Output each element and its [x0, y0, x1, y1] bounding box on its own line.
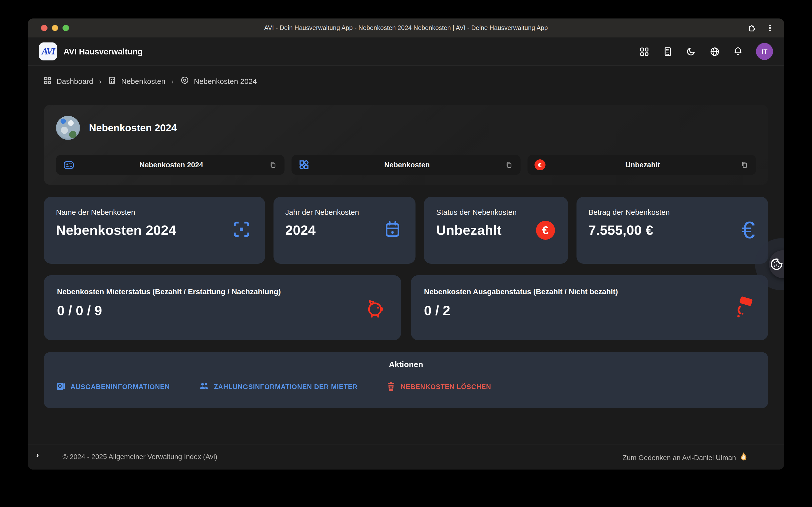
app-navbar: AVI AVI Hausverwaltung	[28, 38, 784, 66]
card-value: 0 / 2	[424, 303, 755, 319]
record-header-card: Nebenkosten 2024 Nebenkosten 2024	[44, 105, 768, 185]
stat-card-year: Jahr der Nebenkosten 2024	[273, 197, 416, 264]
stat-value: Nebenkosten 2024	[56, 223, 253, 238]
trash-x-icon	[387, 381, 396, 392]
language-globe-icon[interactable]	[709, 46, 720, 57]
candle-flame-icon	[741, 452, 747, 463]
dark-mode-moon-icon[interactable]	[686, 46, 697, 57]
expense-status-card: Nebenkosten Ausgabenstatus (Bezahlt / Ni…	[411, 275, 768, 340]
actions-card: Aktionen AUSGABENINFORMATIONEN	[44, 352, 768, 408]
app-footer: › © 2024 - 2025 Allgemeiner Verwaltung I…	[28, 445, 784, 469]
piggy-bank-icon	[364, 296, 387, 321]
breadcrumb-separator: ›	[171, 77, 174, 85]
name-badge-icon	[62, 159, 74, 171]
card-label: Nebenkosten Mieterstatus (Bezahlt / Erst…	[57, 287, 388, 296]
breadcrumb: Dashboard › Nebenkosten ›	[28, 72, 784, 90]
expense-info-button[interactable]: AUSGABENINFORMATIONEN	[56, 381, 170, 392]
breadcrumb-label: Dashboard	[56, 77, 93, 85]
breadcrumb-label: Nebenkosten 2024	[194, 77, 257, 85]
zoom-window-button[interactable]	[62, 25, 69, 31]
money-flying-icon	[733, 296, 754, 321]
traffic-lights	[41, 18, 69, 38]
chip-value: Nebenkosten	[310, 161, 504, 169]
sidebar-expand-chevron[interactable]: ›	[36, 450, 39, 460]
extensions-puzzle-icon[interactable]	[747, 23, 756, 33]
browser-titlebar: AVI - Dein Hausverwaltung App - Nebenkos…	[28, 18, 784, 38]
close-window-button[interactable]	[41, 25, 47, 31]
dashboard-grid-icon[interactable]	[639, 46, 650, 57]
stat-card-amount: Betrag der Nebenkosten 7.555,00 € €	[576, 197, 768, 264]
chip-value: Unbezahlt	[546, 161, 740, 169]
card-label: Nebenkosten Ausgabenstatus (Bezahlt / Ni…	[424, 287, 755, 296]
user-avatar[interactable]: IT	[756, 43, 773, 60]
action-label: AUSGABENINFORMATIONEN	[70, 383, 170, 391]
screen: AVI - Dein Hausverwaltung App - Nebenkos…	[0, 0, 812, 507]
tenant-payment-info-button[interactable]: ZAHLUNGSINFORMATIONEN DER MIETER	[199, 381, 358, 393]
delete-nebenkosten-button[interactable]: NEBENKOSTEN LÖSCHEN	[387, 381, 491, 392]
breadcrumb-separator: ›	[99, 77, 102, 85]
app-logo[interactable]: AVI	[39, 43, 57, 60]
record-avatar-image	[56, 116, 80, 140]
building-icon[interactable]	[662, 46, 673, 57]
euro-circle-red-icon: €	[534, 159, 546, 170]
stat-label: Name der Nebenkosten	[56, 208, 253, 216]
stat-label: Betrag der Nebenkosten	[589, 208, 756, 216]
euro-circle-red-icon: €	[536, 221, 555, 240]
browser-window: AVI - Dein Hausverwaltung App - Nebenkos…	[28, 18, 784, 469]
chip-value: Nebenkosten 2024	[74, 161, 268, 169]
card-value: 0 / 0 / 9	[57, 303, 388, 319]
dashboard-grid-icon	[43, 76, 52, 86]
stat-label: Status der Nebenkosten	[436, 208, 556, 216]
actions-title: Aktionen	[56, 360, 756, 369]
record-category-chip: Nebenkosten	[292, 155, 520, 175]
calendar-icon	[383, 219, 403, 241]
wallet-icon	[56, 381, 65, 392]
minimize-window-button[interactable]	[52, 25, 58, 31]
brand-title: AVI Hausverwaltung	[63, 47, 143, 56]
scan-frame-icon	[231, 219, 252, 242]
copy-icon[interactable]	[740, 161, 750, 169]
copy-icon[interactable]	[504, 161, 514, 169]
copy-icon[interactable]	[268, 161, 278, 169]
breadcrumb-nebenkosten[interactable]: Nebenkosten	[108, 76, 165, 86]
action-label: ZAHLUNGSINFORMATIONEN DER MIETER	[214, 383, 358, 391]
breadcrumb-nebenkosten-2024[interactable]: Nebenkosten 2024	[180, 75, 257, 87]
calculator-icon	[108, 76, 117, 86]
action-label: NEBENKOSTEN LÖSCHEN	[401, 383, 491, 391]
record-status-chip: € Unbezahlt	[527, 155, 756, 175]
breadcrumb-dashboard[interactable]: Dashboard	[43, 76, 93, 86]
euro-glyph-icon: €	[742, 218, 755, 242]
people-icon	[199, 381, 209, 393]
target-view-icon	[180, 75, 190, 87]
browser-tab-title: AVI - Dein Hausverwaltung App - Nebenkos…	[28, 24, 784, 32]
record-title: Nebenkosten 2024	[89, 122, 177, 134]
stat-label: Jahr der Nebenkosten	[285, 208, 404, 216]
notifications-bell-icon[interactable]	[732, 46, 744, 57]
browser-menu-kebab-icon[interactable]	[766, 24, 774, 32]
copyright-text: © 2024 - 2025 Allgemeiner Verwaltung Ind…	[62, 453, 217, 460]
memorial-text: Zum Gedenken an Avi-Daniel Ulman	[622, 453, 736, 461]
record-name-chip: Nebenkosten 2024	[56, 155, 285, 175]
stat-card-name: Name der Nebenkosten Nebenkosten 2024	[44, 197, 265, 264]
category-shapes-icon	[298, 159, 310, 170]
tenant-status-card: Nebenkosten Mieterstatus (Bezahlt / Erst…	[44, 275, 401, 340]
stat-value: 7.555,00 €	[589, 223, 756, 238]
breadcrumb-label: Nebenkosten	[121, 77, 165, 85]
stat-card-status: Status der Nebenkosten Unbezahlt €	[424, 197, 568, 264]
